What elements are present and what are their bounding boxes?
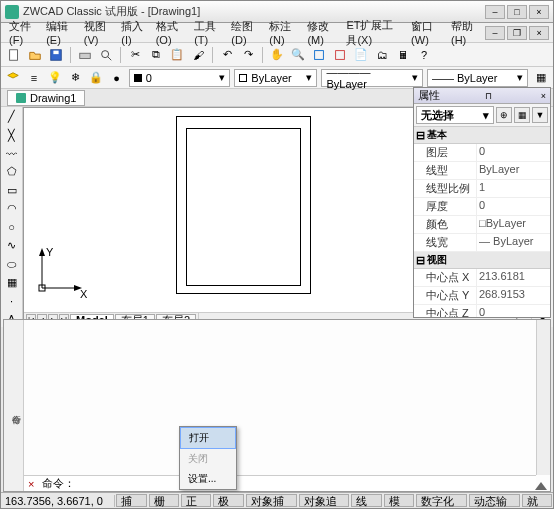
arc-tool[interactable]: ◠ (3, 201, 21, 216)
menu-tools[interactable]: 工具(T) (190, 17, 225, 48)
prop-row[interactable]: 颜色□ByLayer (414, 216, 550, 234)
calc-button[interactable]: 🖩 (394, 46, 412, 64)
linetype-combo[interactable]: ———— ByLayer▾ (321, 69, 422, 87)
zoom-button[interactable]: 🔍 (289, 46, 307, 64)
prop-value[interactable]: ByLayer (476, 162, 550, 179)
status-2[interactable]: 正交 (181, 494, 211, 507)
new-button[interactable] (5, 46, 23, 64)
pan-button[interactable]: ✋ (268, 46, 286, 64)
prop-row[interactable]: 线型比例1 (414, 180, 550, 198)
cmd-close-icon[interactable]: × (28, 478, 40, 490)
status-1[interactable]: 栅格 (149, 494, 179, 507)
paste-button[interactable]: 📋 (168, 46, 186, 64)
prop-value[interactable]: 268.9153 (476, 287, 550, 304)
cmd-scrollbar[interactable] (536, 320, 550, 475)
plot-style-button[interactable]: ▦ (532, 69, 549, 87)
layer-b3[interactable]: 🔒 (88, 69, 105, 87)
point-tool[interactable]: · (3, 293, 21, 308)
menu-dim[interactable]: 标注(N) (265, 17, 301, 48)
prop-value[interactable]: □ByLayer (476, 216, 550, 233)
command-grip[interactable]: 命令行 (4, 320, 24, 491)
pick-button[interactable]: ▦ (514, 107, 530, 123)
menu-modify[interactable]: 修改(M) (303, 17, 340, 48)
menu-insert[interactable]: 插入(I) (117, 17, 149, 48)
menu-view[interactable]: 视图(V) (80, 17, 116, 48)
prop-row[interactable]: 图层0 (414, 144, 550, 162)
menu-help[interactable]: 帮助(H) (447, 17, 483, 48)
preview-button[interactable] (97, 46, 115, 64)
menu-draw[interactable]: 绘图(D) (227, 17, 263, 48)
status-4[interactable]: 对象捕捉 (246, 494, 297, 507)
prop-row[interactable]: 线型ByLayer (414, 162, 550, 180)
polygon-tool[interactable]: ⬠ (3, 164, 21, 179)
prop-value[interactable]: 1 (476, 180, 550, 197)
tool-b[interactable] (331, 46, 349, 64)
design-center-button[interactable]: 🗂 (373, 46, 391, 64)
prop-row[interactable]: 中心点 Z0 (414, 305, 550, 317)
status-7[interactable]: 模型 (384, 494, 414, 507)
prop-group[interactable]: ⊟ 基本 (414, 127, 550, 144)
layer-manager-button[interactable] (5, 69, 22, 87)
layer-b1[interactable]: 💡 (46, 69, 63, 87)
layer-combo[interactable]: 0▾ (129, 69, 230, 87)
prop-value[interactable]: 213.6181 (476, 269, 550, 286)
layer-b4[interactable]: ● (108, 69, 125, 87)
hatch-tool[interactable]: ▦ (3, 275, 21, 290)
prop-value[interactable]: — ByLayer (476, 234, 550, 251)
lineweight-combo[interactable]: —— ByLayer▾ (427, 69, 528, 87)
minimize-button[interactable]: – (485, 5, 505, 19)
resize-grip-icon[interactable] (535, 482, 547, 490)
menu-et[interactable]: ET扩展工具(X) (342, 16, 405, 50)
redo-button[interactable]: ↷ (239, 46, 257, 64)
status-10[interactable]: 就绪 (522, 494, 552, 507)
ctx-open[interactable]: 打开 (180, 427, 236, 449)
status-6[interactable]: 线宽 (351, 494, 381, 507)
open-button[interactable] (26, 46, 44, 64)
menu-window[interactable]: 窗口(W) (407, 17, 445, 48)
status-0[interactable]: 捕捉 (116, 494, 146, 507)
xline-tool[interactable]: ╳ (3, 127, 21, 142)
layer-states-button[interactable]: ≡ (26, 69, 43, 87)
prop-group[interactable]: ⊟ 视图 (414, 252, 550, 269)
copy-button[interactable]: ⧉ (147, 46, 165, 64)
prop-row[interactable]: 线宽— ByLayer (414, 234, 550, 252)
doc-restore-button[interactable]: ❐ (507, 26, 527, 40)
line-tool[interactable]: ╱ (3, 109, 21, 124)
ellipse-tool[interactable]: ⬭ (3, 256, 21, 271)
properties-button[interactable]: 📄 (352, 46, 370, 64)
selection-combo[interactable]: 无选择▾ (416, 106, 494, 124)
status-8[interactable]: 数字化仪 (416, 494, 467, 507)
menu-file[interactable]: 文件(F) (5, 17, 40, 48)
quick-select-button[interactable]: ⊕ (496, 107, 512, 123)
prop-row[interactable]: 中心点 Y268.9153 (414, 287, 550, 305)
close-button[interactable]: × (529, 5, 549, 19)
status-9[interactable]: 动态输入 (469, 494, 520, 507)
maximize-button[interactable]: □ (507, 5, 527, 19)
prop-value[interactable]: 0 (476, 305, 550, 317)
doc-tab[interactable]: Drawing1 (7, 90, 85, 106)
menu-edit[interactable]: 编辑(E) (42, 17, 78, 48)
undo-button[interactable]: ↶ (218, 46, 236, 64)
prop-value[interactable]: 0 (476, 198, 550, 215)
cut-button[interactable]: ✂ (126, 46, 144, 64)
command-line[interactable]: × 命令： (24, 475, 536, 491)
prop-row[interactable]: 中心点 X213.6181 (414, 269, 550, 287)
plot-button[interactable] (76, 46, 94, 64)
circle-tool[interactable]: ○ (3, 220, 21, 235)
status-3[interactable]: 极轴 (213, 494, 243, 507)
doc-close-button[interactable]: × (529, 26, 549, 40)
help-icon-button[interactable]: ? (415, 46, 433, 64)
color-combo[interactable]: ByLayer▾ (234, 69, 317, 87)
ctx-settings[interactable]: 设置... (180, 469, 236, 489)
layer-b2[interactable]: ❄ (67, 69, 84, 87)
match-button[interactable]: 🖌 (189, 46, 207, 64)
tool-a[interactable] (310, 46, 328, 64)
coordinates[interactable]: 163.7356, 3.6671, 0 (1, 495, 115, 507)
doc-minimize-button[interactable]: – (485, 26, 505, 40)
rectangle-tool[interactable]: ▭ (3, 183, 21, 198)
menu-format[interactable]: 格式(O) (152, 17, 189, 48)
filter-button[interactable]: ▼ (532, 107, 548, 123)
pin-icon[interactable]: ⊓ (485, 91, 492, 101)
prop-value[interactable]: 0 (476, 144, 550, 161)
prop-row[interactable]: 厚度0 (414, 198, 550, 216)
